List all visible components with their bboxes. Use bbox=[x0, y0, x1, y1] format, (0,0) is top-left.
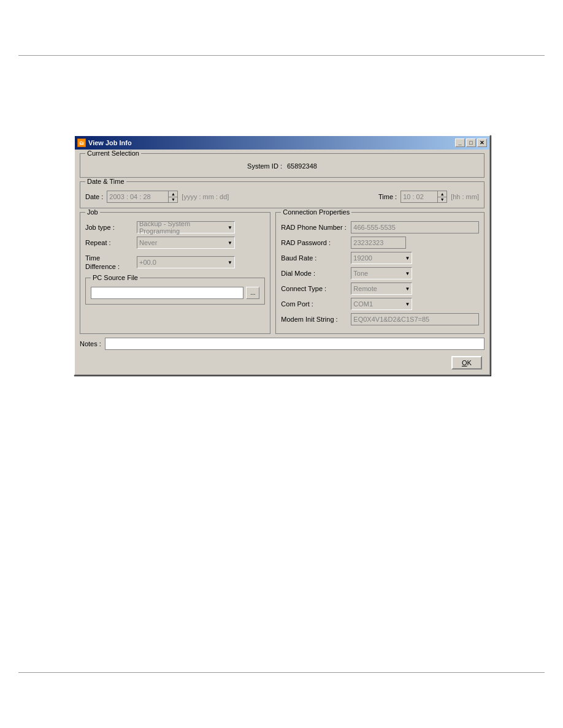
com-port-arrow: ▼ bbox=[405, 301, 410, 307]
pc-source-label: PC Source File bbox=[91, 274, 140, 281]
rad-password-label: RAD Password : bbox=[281, 239, 348, 246]
baud-rate-row: Baud Rate : 19200 ▼ bbox=[281, 252, 479, 264]
dial-mode-value: Tone bbox=[353, 270, 368, 277]
page-background: manualslib.com 🗂 View Job Info _ □ ✕ Cur… bbox=[0, 0, 563, 728]
date-field[interactable] bbox=[107, 191, 168, 203]
close-button[interactable]: ✕ bbox=[477, 138, 487, 147]
time-diff-arrow: ▼ bbox=[228, 260, 232, 265]
date-format-label: [yyyy : mm : dd] bbox=[182, 193, 229, 200]
repeat-label: Repeat : bbox=[85, 239, 134, 246]
com-port-select[interactable]: COM1 ▼ bbox=[351, 298, 412, 310]
repeat-arrow: ▼ bbox=[228, 240, 232, 246]
com-port-row: Com Port : COM1 ▼ bbox=[281, 298, 479, 310]
bottom-buttons: OK bbox=[80, 355, 484, 371]
date-spin-input: ▲ ▼ bbox=[107, 191, 178, 203]
connect-type-row: Connect Type : Remote ▼ bbox=[281, 282, 479, 295]
main-row: Job Job type : Backup - System Programmi… bbox=[80, 212, 484, 334]
rad-password-field[interactable] bbox=[351, 237, 406, 249]
dial-mode-select[interactable]: Tone ▼ bbox=[351, 267, 412, 279]
baud-rate-value: 19200 bbox=[353, 254, 372, 262]
baud-rate-arrow: ▼ bbox=[405, 256, 410, 261]
job-type-value: Backup - System Programming bbox=[139, 220, 228, 235]
connect-type-select[interactable]: Remote ▼ bbox=[351, 282, 412, 295]
restore-button[interactable]: □ bbox=[466, 138, 476, 147]
dial-mode-arrow: ▼ bbox=[405, 271, 410, 276]
title-bar-buttons: _ □ ✕ bbox=[455, 138, 487, 147]
time-label: Time : bbox=[378, 193, 397, 200]
dial-mode-row: Dial Mode : Tone ▼ bbox=[281, 267, 479, 279]
dialog-window: 🗂 View Job Info _ □ ✕ Current Selection … bbox=[74, 135, 491, 376]
current-selection-label: Current Selection bbox=[85, 150, 141, 157]
time-spin-up[interactable]: ▲ bbox=[438, 191, 446, 197]
time-format-label: [hh : mm] bbox=[451, 193, 479, 200]
job-group: Job Job type : Backup - System Programmi… bbox=[80, 212, 270, 334]
time-diff-label: TimeDifference : bbox=[85, 254, 134, 271]
baud-rate-label: Baud Rate : bbox=[281, 254, 348, 262]
date-spin-buttons: ▲ ▼ bbox=[168, 191, 178, 203]
repeat-select[interactable]: Never ▼ bbox=[137, 237, 235, 249]
rad-phone-row: RAD Phone Number : bbox=[281, 221, 479, 233]
modem-init-row: Modem Init String : bbox=[281, 313, 479, 325]
repeat-value: Never bbox=[139, 239, 157, 246]
notes-row: Notes : bbox=[80, 338, 484, 350]
pc-source-field[interactable] bbox=[91, 287, 243, 299]
minimize-button[interactable]: _ bbox=[455, 138, 465, 147]
com-port-label: Com Port : bbox=[281, 300, 348, 308]
app-icon: 🗂 bbox=[77, 138, 86, 147]
job-type-select[interactable]: Backup - System Programming ▼ bbox=[137, 221, 235, 233]
current-selection-group: Current Selection System ID : 65892348 bbox=[80, 153, 484, 178]
rad-phone-label: RAD Phone Number : bbox=[281, 224, 348, 231]
job-label: Job bbox=[85, 208, 100, 216]
time-diff-value: +00.0 bbox=[139, 259, 156, 266]
date-spin-down[interactable]: ▼ bbox=[169, 197, 177, 203]
browse-icon: ... bbox=[250, 289, 255, 296]
system-id-label: System ID : bbox=[247, 162, 282, 170]
system-id-value: 65892348 bbox=[287, 162, 317, 170]
connect-type-value: Remote bbox=[353, 285, 377, 292]
ok-underline-icon: O bbox=[462, 359, 467, 366]
connection-properties-group: Connection Properties RAD Phone Number :… bbox=[275, 212, 484, 334]
top-rule bbox=[18, 55, 545, 56]
bottom-rule bbox=[18, 672, 545, 673]
com-port-value: COM1 bbox=[353, 300, 373, 308]
notes-field[interactable] bbox=[105, 338, 484, 350]
date-time-group: Date & Time Date : ▲ ▼ [yyyy : mm : dd] … bbox=[80, 181, 484, 208]
pc-source-group: PC Source File ... bbox=[85, 278, 265, 305]
notes-label: Notes : bbox=[80, 340, 101, 347]
conn-label: Connection Properties bbox=[281, 208, 351, 216]
pc-source-row: ... bbox=[91, 287, 259, 299]
ok-label-rest: K bbox=[467, 359, 472, 366]
connect-type-label: Connect Type : bbox=[281, 285, 348, 292]
title-bar: 🗂 View Job Info _ □ ✕ bbox=[75, 136, 489, 150]
job-type-label: Job type : bbox=[85, 224, 134, 231]
dial-mode-label: Dial Mode : bbox=[281, 270, 348, 277]
job-type-row: Job type : Backup - System Programming ▼ bbox=[85, 221, 265, 233]
date-label: Date : bbox=[85, 193, 103, 200]
dialog-title: View Job Info bbox=[88, 139, 132, 146]
dialog-content: Current Selection System ID : 65892348 D… bbox=[75, 150, 489, 374]
date-time-row: Date : ▲ ▼ [yyyy : mm : dd] Time : bbox=[85, 191, 479, 203]
rad-password-row: RAD Password : bbox=[281, 237, 479, 249]
connect-type-arrow: ▼ bbox=[405, 286, 410, 292]
time-diff-select[interactable]: +00.0 ▼ bbox=[137, 256, 235, 268]
date-time-label: Date & Time bbox=[85, 178, 126, 185]
modem-init-field[interactable] bbox=[351, 313, 479, 325]
browse-button[interactable]: ... bbox=[246, 287, 259, 299]
ok-button[interactable]: OK bbox=[451, 356, 482, 370]
time-field[interactable] bbox=[400, 191, 437, 203]
time-spin-input: ▲ ▼ bbox=[400, 191, 447, 203]
time-spin-buttons: ▲ ▼ bbox=[437, 191, 447, 203]
time-diff-row: TimeDifference : +00.0 ▼ bbox=[85, 254, 265, 271]
modem-init-label: Modem Init String : bbox=[281, 316, 348, 323]
date-spin-up[interactable]: ▲ bbox=[169, 191, 177, 197]
job-type-arrow: ▼ bbox=[228, 225, 232, 230]
time-spin-down[interactable]: ▼ bbox=[438, 197, 446, 203]
rad-phone-field[interactable] bbox=[351, 221, 479, 233]
repeat-row: Repeat : Never ▼ bbox=[85, 237, 265, 249]
system-id-row: System ID : 65892348 bbox=[85, 160, 479, 172]
title-bar-left: 🗂 View Job Info bbox=[77, 138, 132, 147]
time-right: Time : ▲ ▼ [hh : mm] bbox=[378, 191, 479, 203]
baud-rate-select[interactable]: 19200 ▼ bbox=[351, 252, 412, 264]
